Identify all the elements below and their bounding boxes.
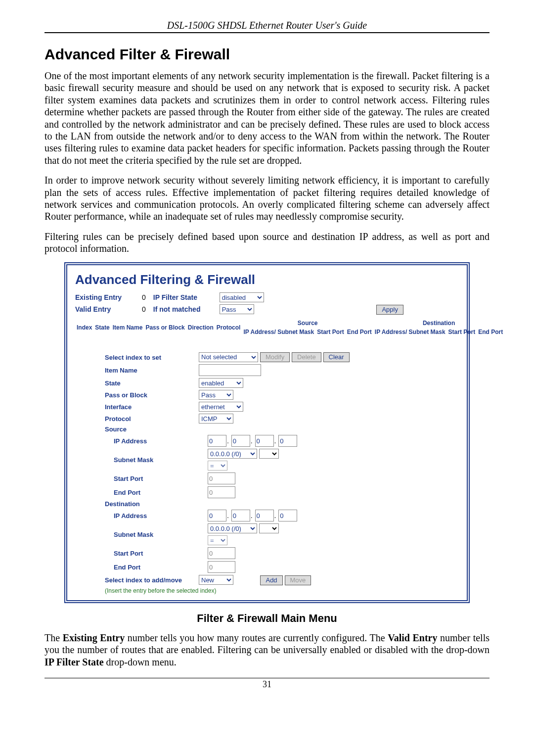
dst-ip-o4[interactable]	[278, 510, 297, 521]
move-button[interactable]: Move	[285, 575, 312, 585]
dst-ip-o1[interactable]	[208, 510, 226, 521]
dst-ip-label: IP Address	[75, 512, 208, 520]
add-button[interactable]: Add	[260, 575, 282, 585]
dst-ip-o3[interactable]	[255, 510, 274, 521]
dst-subnet-select[interactable]: 0.0.0.0 (/0)	[208, 523, 257, 533]
paragraph-3: Filtering rules can be precisely defined…	[44, 231, 490, 255]
col-src-start: Start Port	[315, 328, 346, 336]
state-select[interactable]: enabled	[199, 378, 243, 388]
protocol-select[interactable]: ICMP	[199, 414, 233, 424]
src-ip-input-group: . . .	[208, 435, 459, 447]
section-heading: Advanced Filter & Firewall	[44, 46, 490, 63]
source-heading: Source	[75, 425, 199, 433]
select-index-add-label: Select index to add/move	[75, 576, 199, 584]
paragraph-1: One of the most important elements of an…	[44, 70, 490, 166]
interface-label: Interface	[75, 403, 199, 411]
select-index-set-label: Select index to set	[75, 354, 199, 361]
src-ip-o1[interactable]	[208, 435, 226, 447]
destination-heading: Destination	[75, 500, 199, 508]
delete-button[interactable]: Delete	[292, 352, 321, 362]
src-subnet-eq-select[interactable]	[259, 449, 279, 459]
col-src-end: End Port	[346, 328, 373, 336]
col-index: Index	[75, 319, 93, 336]
src-startport-input	[208, 472, 235, 484]
existing-entry-value: 0	[136, 293, 151, 301]
src-ip-o2[interactable]	[231, 435, 250, 447]
src-eq-select: =	[208, 461, 227, 471]
figure-caption: Filter & Firewall Main Menu	[44, 612, 490, 625]
passblock-label: Pass or Block	[75, 391, 199, 399]
ip-filter-state-label: IP Filter State	[153, 293, 218, 301]
src-subnet-label: Subnet Mask	[75, 456, 208, 464]
item-name-input[interactable]	[199, 364, 261, 376]
dst-endport-input	[208, 561, 235, 573]
dst-ip-o2[interactable]	[231, 510, 250, 521]
if-not-matched-label: If not matched	[153, 305, 218, 313]
col-dst-ip: IP Address/ Subnet Mask	[373, 328, 447, 336]
col-src-ip: IP Address/ Subnet Mask	[242, 328, 315, 336]
page-number: 31	[44, 678, 490, 690]
col-state: State	[93, 319, 111, 336]
filter-table: Index State Item Name Pass or Block Dire…	[75, 319, 504, 336]
valid-entry-label: Valid Entry	[75, 305, 134, 313]
col-item-name: Item Name	[111, 319, 144, 336]
col-dst-end: End Port	[477, 328, 504, 336]
apply-button[interactable]: Apply	[376, 305, 403, 315]
src-subnet-select[interactable]: 0.0.0.0 (/0)	[208, 449, 257, 459]
col-protocol: Protocol	[215, 319, 242, 336]
state-label: State	[75, 379, 199, 387]
col-pass-block: Pass or Block	[144, 319, 186, 336]
dst-subnet-label: Subnet Mask	[75, 531, 208, 538]
dst-endport-label: End Port	[75, 564, 208, 571]
src-endport-label: End Port	[75, 489, 208, 496]
col-destination: Destination	[373, 319, 504, 328]
src-startport-label: Start Port	[75, 475, 208, 482]
protocol-label: Protocol	[75, 415, 199, 423]
clear-button[interactable]: Clear	[323, 352, 350, 362]
interface-select[interactable]: ethernet	[199, 402, 243, 412]
panel-title: Advanced Filtering & Firewall	[75, 272, 459, 287]
dst-subnet-eq-select[interactable]	[259, 523, 279, 533]
running-head: DSL-1500G SHDSL Ethernet Router User's G…	[44, 20, 490, 33]
col-direction: Direction	[186, 319, 215, 336]
dst-startport-label: Start Port	[75, 550, 208, 557]
if-not-matched-select[interactable]: Pass	[220, 304, 254, 314]
modify-button[interactable]: Modify	[260, 352, 290, 362]
config-panel: Advanced Filtering & Firewall Existing E…	[64, 262, 470, 603]
passblock-select[interactable]: Pass	[199, 390, 233, 400]
ip-filter-state-select[interactable]: disabled	[220, 292, 264, 302]
paragraph-2: In order to improve network security wit…	[44, 174, 490, 223]
src-ip-o4[interactable]	[278, 435, 297, 447]
valid-entry-value: 0	[136, 305, 151, 313]
existing-entry-label: Existing Entry	[75, 293, 134, 301]
src-ip-o3[interactable]	[255, 435, 274, 447]
select-index-add-select[interactable]: New	[199, 575, 233, 585]
src-endport-input	[208, 486, 235, 498]
dst-ip-input-group: . . .	[208, 510, 459, 521]
col-dst-start: Start Port	[447, 328, 477, 336]
paragraph-4: The Existing Entry number tells you how …	[44, 632, 490, 668]
src-ip-label: IP Address	[75, 437, 208, 445]
col-source: Source	[242, 319, 373, 328]
item-name-label: Item Name	[75, 367, 199, 374]
select-index-set-select[interactable]: Not selected	[199, 352, 258, 362]
dst-startport-input	[208, 547, 235, 559]
dst-eq-select: =	[208, 535, 227, 545]
insert-note: (Insert the entry before the selected in…	[105, 587, 216, 594]
